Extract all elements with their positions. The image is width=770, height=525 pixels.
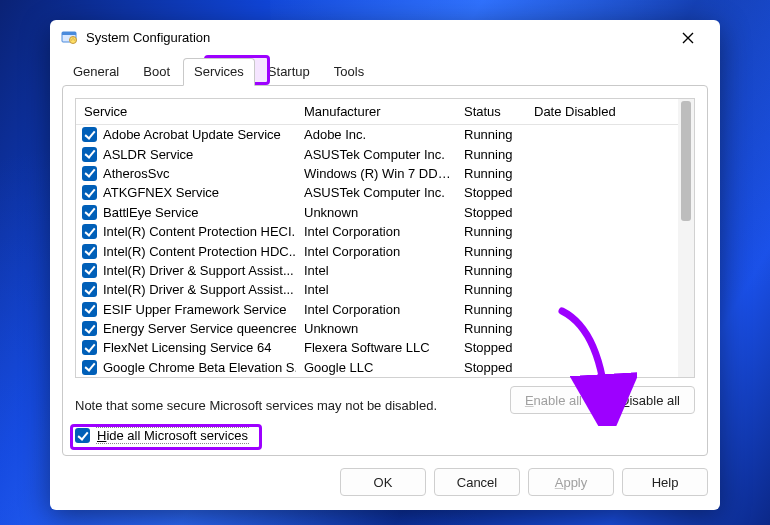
table-row[interactable]: ESIF Upper Framework ServiceIntel Corpor… — [76, 300, 678, 319]
status-cell: Running — [456, 244, 526, 259]
row-checkbox[interactable] — [82, 166, 97, 181]
msconfig-icon — [60, 29, 78, 47]
services-panel: Service Manufacturer Status Date Disable… — [62, 85, 708, 456]
service-name: ATKGFNEX Service — [103, 185, 219, 200]
table-row[interactable]: AtherosSvcWindows (R) Win 7 DDK p...Runn… — [76, 164, 678, 183]
status-cell: Running — [456, 263, 526, 278]
manufacturer-cell: Unknown — [296, 205, 456, 220]
services-list: Service Manufacturer Status Date Disable… — [75, 98, 695, 378]
help-button[interactable]: Help — [622, 468, 708, 496]
manufacturer-cell: Intel — [296, 263, 456, 278]
close-button[interactable] — [666, 23, 710, 53]
tab-tools[interactable]: Tools — [323, 58, 375, 86]
window-title: System Configuration — [86, 30, 210, 45]
col-service[interactable]: Service — [76, 99, 296, 124]
table-row[interactable]: Google Chrome Beta Elevation S...Google … — [76, 358, 678, 377]
status-cell: Stopped — [456, 205, 526, 220]
service-name: Intel(R) Content Protection HECI... — [103, 224, 296, 239]
row-checkbox[interactable] — [82, 360, 97, 375]
dialog-buttons: OK Cancel Apply Help — [50, 468, 720, 510]
status-cell: Running — [456, 147, 526, 162]
row-checkbox[interactable] — [82, 321, 97, 336]
manufacturer-cell: Unknown — [296, 321, 456, 336]
tab-strip: General Boot Services Startup Tools — [50, 57, 720, 85]
table-row[interactable]: ASLDR ServiceASUSTek Computer Inc.Runnin… — [76, 144, 678, 163]
table-row[interactable]: Intel(R) Content Protection HDC...Intel … — [76, 241, 678, 260]
status-cell: Running — [456, 224, 526, 239]
table-row[interactable]: Intel(R) Driver & Support Assist...Intel… — [76, 280, 678, 299]
hide-microsoft-label: Hide all Microsoft services — [96, 428, 249, 443]
system-configuration-window: System Configuration General Boot Servic… — [50, 20, 720, 510]
tab-general[interactable]: General — [62, 58, 130, 86]
manufacturer-cell: Intel Corporation — [296, 302, 456, 317]
disable-all-button[interactable]: Disable all — [605, 386, 695, 414]
row-checkbox[interactable] — [82, 147, 97, 162]
status-cell: Running — [456, 302, 526, 317]
service-name: AtherosSvc — [103, 166, 169, 181]
row-checkbox[interactable] — [82, 127, 97, 142]
enable-all-button: Enable all — [510, 386, 597, 414]
ok-button[interactable]: OK — [340, 468, 426, 496]
table-row[interactable]: FlexNet Licensing Service 64Flexera Soft… — [76, 338, 678, 357]
status-cell: Running — [456, 166, 526, 181]
manufacturer-cell: Flexera Software LLC — [296, 340, 456, 355]
table-row[interactable]: Intel(R) Driver & Support Assist...Intel… — [76, 261, 678, 280]
status-cell: Stopped — [456, 360, 526, 375]
row-checkbox[interactable] — [82, 224, 97, 239]
status-cell: Running — [456, 321, 526, 336]
service-name: FlexNet Licensing Service 64 — [103, 340, 271, 355]
manufacturer-cell: Adobe Inc. — [296, 127, 456, 142]
row-checkbox[interactable] — [82, 205, 97, 220]
tab-services[interactable]: Services — [183, 58, 255, 86]
manufacturer-cell: ASUSTek Computer Inc. — [296, 185, 456, 200]
close-icon — [682, 32, 694, 44]
manufacturer-cell: Intel — [296, 282, 456, 297]
apply-button: Apply — [528, 468, 614, 496]
table-row[interactable]: BattlEye ServiceUnknownStopped — [76, 203, 678, 222]
manufacturer-cell: Windows (R) Win 7 DDK p... — [296, 166, 456, 181]
service-name: ASLDR Service — [103, 147, 193, 162]
service-name: Adobe Acrobat Update Service — [103, 127, 281, 142]
status-cell: Running — [456, 127, 526, 142]
table-row[interactable]: Adobe Acrobat Update ServiceAdobe Inc.Ru… — [76, 125, 678, 144]
service-name: Energy Server Service queencreek — [103, 321, 296, 336]
cancel-button[interactable]: Cancel — [434, 468, 520, 496]
row-checkbox[interactable] — [82, 185, 97, 200]
svg-rect-1 — [62, 32, 76, 35]
hide-microsoft-services-option[interactable]: Hide all Microsoft services — [75, 428, 695, 443]
table-row[interactable]: Energy Server Service queencreekUnknownR… — [76, 319, 678, 338]
service-name: Intel(R) Driver & Support Assist... — [103, 282, 294, 297]
col-manufacturer[interactable]: Manufacturer — [296, 99, 456, 124]
scrollbar[interactable] — [678, 99, 694, 377]
manufacturer-cell: ASUSTek Computer Inc. — [296, 147, 456, 162]
col-date-disabled[interactable]: Date Disabled — [526, 99, 656, 124]
manufacturer-cell: Google LLC — [296, 360, 456, 375]
service-name: Google Chrome Beta Elevation S... — [103, 360, 296, 375]
col-status[interactable]: Status — [456, 99, 526, 124]
list-header: Service Manufacturer Status Date Disable… — [76, 99, 678, 125]
hide-microsoft-checkbox[interactable] — [75, 428, 90, 443]
service-name: BattlEye Service — [103, 205, 198, 220]
table-row[interactable]: ATKGFNEX ServiceASUSTek Computer Inc.Sto… — [76, 183, 678, 202]
scrollbar-thumb[interactable] — [681, 101, 691, 221]
status-cell: Running — [456, 282, 526, 297]
row-checkbox[interactable] — [82, 244, 97, 259]
table-row[interactable]: Intel(R) Content Protection HECI...Intel… — [76, 222, 678, 241]
service-name: ESIF Upper Framework Service — [103, 302, 287, 317]
status-cell: Stopped — [456, 340, 526, 355]
note-text: Note that some secure Microsoft services… — [75, 398, 437, 413]
service-name: Intel(R) Driver & Support Assist... — [103, 263, 294, 278]
manufacturer-cell: Intel Corporation — [296, 224, 456, 239]
row-checkbox[interactable] — [82, 282, 97, 297]
titlebar: System Configuration — [50, 20, 720, 55]
service-name: Intel(R) Content Protection HDC... — [103, 244, 296, 259]
row-checkbox[interactable] — [82, 263, 97, 278]
tab-boot[interactable]: Boot — [132, 58, 181, 86]
manufacturer-cell: Intel Corporation — [296, 244, 456, 259]
row-checkbox[interactable] — [82, 302, 97, 317]
tab-startup[interactable]: Startup — [257, 58, 321, 86]
status-cell: Stopped — [456, 185, 526, 200]
row-checkbox[interactable] — [82, 340, 97, 355]
